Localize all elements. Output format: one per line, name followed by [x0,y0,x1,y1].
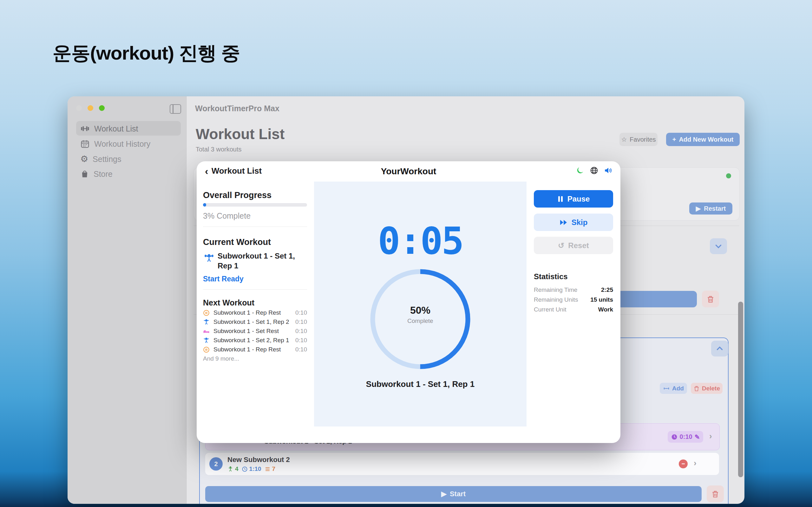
current-workout-name: Subworkout 1 - Set 1, Rep 1 [217,251,307,271]
clock-icon [671,434,677,440]
modal-header-icons [576,166,613,175]
next-item-time: 0:10 [295,319,307,326]
page-title: 운동(workout) 진행 중 [53,41,240,66]
current-workout-status[interactable]: Start Ready [203,275,244,283]
subworkout-title: New Subworkout 2 [227,456,290,464]
sidebar-toggle-icon[interactable] [170,104,181,114]
next-workout-item: Subworkout 1 - Set 1, Rep 2 0:10 [203,319,307,326]
sidebar-item-workout-history[interactable]: Workout History [80,139,150,149]
window-title: WorkoutTimerPro Max [195,104,280,113]
expand-button[interactable] [710,238,727,254]
divider [203,227,307,227]
current-workout-row: Subworkout 1 - Set 1, Rep 1 [204,251,307,271]
modal-header: ‹ Workout List YourWorkout [197,161,620,181]
sidebar-item-store[interactable]: Store [80,169,113,179]
page-heading: Workout List [196,125,285,143]
dumbbell-icon [80,124,90,133]
sidebar-label: Workout List [94,124,138,133]
sidebar-item-workout-list[interactable]: Workout List [80,124,138,133]
stat-row: Remaining Time 2:25 [534,286,613,294]
stat-value: 2:25 [601,286,613,293]
exercise-person-icon [203,337,210,344]
reps-value: 4 [235,465,239,472]
sidebar-item-settings[interactable]: ⚙ Settings [80,154,121,164]
play-icon: ▶ [441,490,447,498]
sound-speaker-icon[interactable] [604,166,613,175]
next-workout-heading: Next Workout [203,298,307,307]
language-globe-icon[interactable] [590,166,598,175]
modal-title: YourWorkout [197,166,620,176]
start-workout-button[interactable]: ▶ Start [205,486,702,502]
favorites-label: Favorites [629,136,656,143]
units-stat: 7 [264,465,275,472]
star-icon: ☆ [621,135,627,143]
dark-mode-moon-icon[interactable] [576,166,584,175]
delete-workout-button[interactable] [702,291,719,307]
chevron-right-icon[interactable]: › [709,431,712,441]
pause-label: Pause [567,194,590,204]
stat-row: Remaining Units 15 units [534,296,613,303]
countdown-timer: 0:05 [314,219,526,263]
unit-percent-caption: Complete [366,318,474,325]
exercise-person-icon [204,253,214,263]
chevron-right-icon[interactable]: › [694,458,697,468]
duration-stat: 1:10 [242,465,261,472]
next-item-time: 0:10 [295,337,307,344]
overall-progress-heading: Overall Progress [203,190,307,200]
pause-button[interactable]: Pause [534,190,613,208]
delete-workout-button[interactable] [707,486,724,502]
play-icon: ▶ [696,205,701,212]
set-rest-bed-icon [203,328,210,335]
calendar-icon [80,139,90,149]
subworkout-stats: 4 1:10 7 [227,465,275,472]
next-item-time: 0:10 [295,346,307,353]
duration-value: 0:10 [680,433,693,441]
unit-percent: 50% [366,304,474,316]
overall-progress-label: 3% Complete [203,211,251,221]
skip-label: Skip [571,218,588,227]
favorites-button[interactable]: ☆ Favorites [619,133,658,146]
reset-icon: ↺ [558,241,564,250]
rest-pause-icon [203,346,210,353]
traffic-light-zoom[interactable] [99,105,105,111]
remove-subworkout-button[interactable]: − [679,459,688,468]
duration-badge[interactable]: 0:10 ✎ [668,431,703,443]
add-new-workout-button[interactable]: + Add New Workout [666,133,740,146]
reset-button[interactable]: ↺ Reset [534,237,613,254]
next-item-label: Subworkout 1 - Rep Rest [213,309,281,316]
page-subheading: Total 3 workouts [196,146,242,153]
add-subworkout-button[interactable]: Add [660,383,687,394]
pause-icon [557,195,564,203]
delete-subworkout-button[interactable]: Delete [691,383,722,394]
status-dot [726,173,731,178]
scrollbar-thumb[interactable] [738,302,743,477]
traffic-light-minimize[interactable] [88,105,93,111]
skip-icon [560,219,568,226]
next-workout-item: Subworkout 1 - Set Rest 0:10 [203,328,307,335]
next-workout-item: Subworkout 1 - Rep Rest 0:10 [203,309,307,316]
restart-button[interactable]: ▶ Restart [689,203,732,215]
bag-icon [80,170,89,178]
units-value: 7 [272,465,275,472]
traffic-light-close[interactable] [76,105,82,111]
stat-label: Remaining Units [534,296,578,303]
next-item-time: 0:10 [295,309,307,316]
exercise-person-icon [203,319,210,326]
next-item-label: Subworkout 1 - Set Rest [213,328,279,335]
plus-icon: + [672,136,676,143]
sidebar-label: Settings [93,155,121,164]
trash-icon [693,385,700,392]
reps-stat: 4 [227,465,239,472]
skip-button[interactable]: Skip [534,214,613,231]
next-item-label: Subworkout 1 - Set 2, Rep 1 [213,337,289,344]
pencil-icon: ✎ [695,433,700,441]
rest-pause-icon [203,309,210,316]
subworkout-row[interactable]: 2 New Subworkout 2 4 1:10 7 − › [205,453,719,475]
divider [203,289,307,290]
dumbbell-icon [663,385,670,392]
add-label: Add [672,385,684,392]
gear-icon: ⚙ [80,154,88,164]
collapse-button[interactable] [711,341,728,356]
stat-label: Current Unit [534,306,566,313]
current-workout-heading: Current Workout [203,237,307,247]
